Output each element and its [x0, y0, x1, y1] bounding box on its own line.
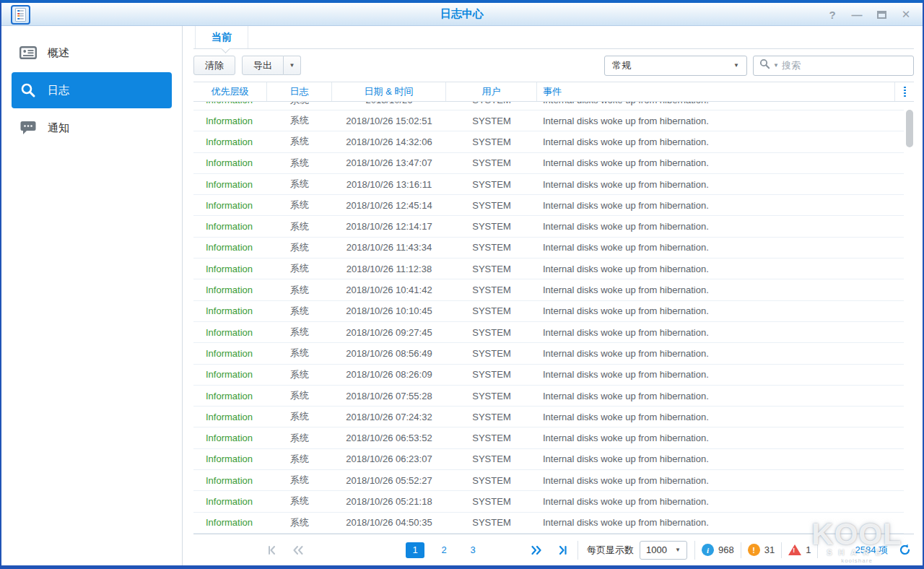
- first-page-icon[interactable]: [266, 544, 279, 557]
- overview-card-icon: [19, 46, 38, 59]
- column-header-datetime[interactable]: 日期 & 时间: [332, 82, 446, 101]
- table-row[interactable]: Information系统2018/10/26 06:53:52SYSTEMIn…: [193, 427, 904, 448]
- cell-priority: Information: [193, 453, 267, 464]
- table-row[interactable]: Information系统2018/10/26 10:41:42SYSTEMIn…: [193, 279, 904, 300]
- sidebar-item-label: 通知: [48, 121, 69, 135]
- cell-log: 系统: [267, 495, 332, 508]
- table-row[interactable]: Information系统2018/10/26 06:23:07SYSTEMIn…: [193, 449, 904, 470]
- cell-log: 系统: [267, 135, 332, 148]
- page-button-1[interactable]: 1: [406, 542, 424, 558]
- last-page-icon[interactable]: [556, 544, 569, 557]
- minimize-icon[interactable]: —: [850, 8, 863, 21]
- chevron-down-icon: ▼: [733, 62, 739, 69]
- cell-user: SYSTEM: [446, 221, 537, 232]
- warning-count-icon: !: [748, 544, 760, 556]
- table-row[interactable]: Information系统2018/10/26 13:47:07SYSTEMIn…: [193, 153, 904, 174]
- table-row[interactable]: Information系统2018/10/26 05:21:18SYSTEMIn…: [193, 491, 904, 512]
- page-button-2[interactable]: 2: [435, 542, 453, 558]
- cell-priority: Information: [193, 264, 267, 274]
- sidebar-item-overview[interactable]: 概述: [12, 39, 172, 66]
- cell-user: SYSTEM: [446, 242, 537, 253]
- table-row[interactable]: Information系统2018/10/26 09:27:45SYSTEMIn…: [193, 322, 904, 343]
- tab-current[interactable]: 当前: [195, 26, 248, 48]
- cell-priority: Information: [193, 157, 267, 168]
- error-count-icon: !: [788, 544, 801, 555]
- cell-user: SYSTEM: [446, 475, 537, 486]
- cell-user: SYSTEM: [446, 136, 537, 147]
- cell-priority: Information: [193, 179, 267, 190]
- next-pages-icon[interactable]: [530, 544, 543, 557]
- warning-count: 31: [764, 544, 775, 555]
- page-button-3[interactable]: 3: [463, 542, 482, 558]
- cell-datetime: 2018/10/26 11:43:34: [332, 242, 446, 253]
- column-options-icon[interactable]: [904, 87, 906, 97]
- cell-datetime: 2018/10/26 08:56:49: [332, 348, 446, 359]
- cell-user: SYSTEM: [446, 200, 537, 211]
- cell-user: SYSTEM: [446, 305, 537, 316]
- cell-datetime: 2018/10/26 10:10:45: [332, 305, 446, 316]
- clear-button[interactable]: 清除: [193, 56, 235, 75]
- clipped-row[interactable]: Information 系统 2018/10/26 SYSTEM Interna…: [193, 102, 904, 110]
- export-button[interactable]: 导出: [242, 56, 284, 75]
- search-options-chevron-icon[interactable]: ▼: [773, 62, 779, 69]
- sidebar-item-notifications[interactable]: 通知: [12, 114, 172, 142]
- cell-log: 系统: [267, 241, 332, 254]
- sidebar-item-label: 概述: [48, 46, 69, 60]
- speech-bubble-icon: [19, 121, 38, 135]
- cell-log: 系统: [267, 389, 332, 402]
- table-row[interactable]: Information系统2018/10/26 13:16:11SYSTEMIn…: [193, 174, 904, 195]
- search-input[interactable]: [782, 60, 907, 71]
- table-row[interactable]: Information系统2018/10/26 07:55:28SYSTEMIn…: [193, 386, 904, 407]
- table-row[interactable]: Information系统2018/10/26 07:24:32SYSTEMIn…: [193, 407, 904, 427]
- chevron-down-icon: ▼: [289, 62, 295, 69]
- cell-datetime: 2018/10/26 08:26:09: [332, 369, 446, 380]
- cell-user: SYSTEM: [446, 264, 537, 274]
- export-dropdown-button[interactable]: ▼: [284, 56, 301, 75]
- cell-event: Internal disks woke up from hibernation.: [537, 348, 904, 359]
- table-row[interactable]: Information系统2018/10/26 11:12:38SYSTEMIn…: [193, 259, 904, 279]
- table-row[interactable]: Information系统2018/10/26 15:02:51SYSTEMIn…: [193, 110, 904, 131]
- table-row[interactable]: Information系统2018/10/26 14:32:06SYSTEMIn…: [193, 131, 904, 152]
- log-filter-select[interactable]: 常规 ▼: [604, 56, 747, 76]
- cell-user: SYSTEM: [446, 348, 537, 359]
- table-row[interactable]: Information系统2018/10/26 08:56:49SYSTEMIn…: [193, 343, 904, 364]
- column-header-event[interactable]: 事件: [537, 82, 895, 101]
- cell-user: SYSTEM: [446, 496, 537, 507]
- cell-datetime: 2018/10/26: [332, 102, 446, 105]
- vertical-scrollbar-thumb[interactable]: [906, 110, 913, 147]
- column-header-priority[interactable]: 优先层级: [193, 82, 267, 101]
- cell-event: Internal disks woke up from hibernation.: [537, 200, 904, 211]
- search-icon[interactable]: [759, 58, 770, 72]
- previous-page-icon[interactable]: [292, 544, 305, 557]
- cell-event: Internal disks woke up from hibernation.: [537, 327, 904, 338]
- maximize-icon[interactable]: [875, 8, 888, 21]
- table-row[interactable]: Information系统2018/10/26 11:43:34SYSTEMIn…: [193, 238, 904, 259]
- table-row[interactable]: Information系统2018/10/26 12:14:17SYSTEMIn…: [193, 216, 904, 237]
- cell-user: SYSTEM: [446, 284, 537, 295]
- table-row[interactable]: Information系统2018/10/26 05:52:27SYSTEMIn…: [193, 470, 904, 491]
- cell-user: SYSTEM: [446, 369, 537, 380]
- column-header-user[interactable]: 用户: [446, 82, 537, 101]
- cell-datetime: 2018/10/26 05:21:18: [332, 496, 446, 507]
- cell-datetime: 2018/10/26 09:27:45: [332, 327, 446, 338]
- table-row[interactable]: Information系统2018/10/26 04:50:35SYSTEMIn…: [193, 513, 904, 534]
- sidebar-item-logs[interactable]: 日志: [12, 72, 172, 108]
- pagination-bar: 123 每页显示数 1000 ▼: [193, 534, 914, 565]
- table-row[interactable]: Information系统2018/10/26 12:45:14SYSTEMIn…: [193, 195, 904, 216]
- cell-log: 系统: [267, 178, 332, 191]
- refresh-icon[interactable]: [898, 544, 911, 557]
- cell-datetime: 2018/10/26 10:41:42: [332, 284, 446, 295]
- table-row[interactable]: Information系统2018/10/26 08:26:09SYSTEMIn…: [193, 365, 904, 386]
- cell-log: 系统: [267, 410, 332, 423]
- cell-datetime: 2018/10/26 14:32:06: [332, 136, 446, 147]
- window-title: 日志中心: [1, 7, 923, 21]
- log-table-rows: Information系统2018/10/26 15:02:51SYSTEMIn…: [193, 110, 914, 534]
- close-icon[interactable]: ✕: [899, 8, 912, 21]
- per-page-select[interactable]: 1000 ▼: [640, 541, 687, 560]
- column-header-log[interactable]: 日志: [267, 82, 332, 101]
- cell-event: Internal disks woke up from hibernation.: [537, 369, 904, 380]
- help-icon[interactable]: ?: [826, 8, 839, 21]
- cell-user: SYSTEM: [446, 327, 537, 338]
- cell-priority: Information: [193, 102, 267, 105]
- table-row[interactable]: Information系统2018/10/26 10:10:45SYSTEMIn…: [193, 301, 904, 322]
